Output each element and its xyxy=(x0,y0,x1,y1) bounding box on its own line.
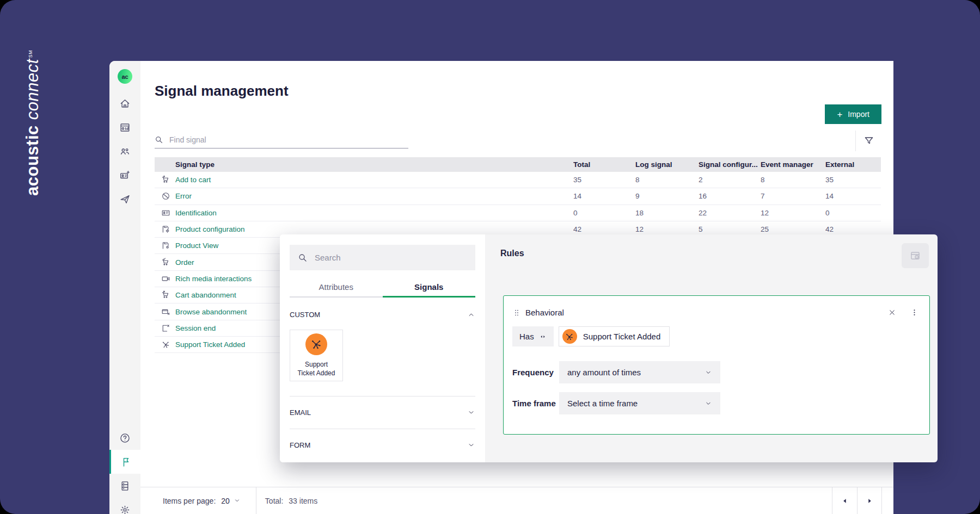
event-manager-cell: 7 xyxy=(761,192,825,200)
cart-plus-icon xyxy=(155,175,175,184)
cart-abandon-icon xyxy=(155,290,175,300)
table-header-row: Signal typeTotalLog signalSignal configu… xyxy=(155,157,881,172)
nav-campaigns[interactable] xyxy=(109,187,140,211)
column-header: Signal type xyxy=(175,160,573,169)
chevron-down-icon xyxy=(467,441,475,449)
background-frame: acousticconnectSM ac Signal management +… xyxy=(0,0,980,514)
nav-help[interactable] xyxy=(109,426,140,450)
log-signal-cell: 18 xyxy=(635,209,699,217)
table-row: Error14916714 xyxy=(155,188,881,205)
picker-sections: CUSTOMSupportTicket AddedEMAILFORM xyxy=(290,311,475,461)
signal-link[interactable]: Add to cart xyxy=(175,176,211,184)
brand-trademark: SM xyxy=(28,50,33,58)
rich-media-icon xyxy=(155,274,175,283)
signal-config-cell: 16 xyxy=(699,192,761,200)
section-header-form[interactable]: FORM xyxy=(290,429,475,461)
rule-category-label: Behavioral xyxy=(525,308,564,317)
dashboard-icon xyxy=(119,122,131,133)
section-header-custom[interactable]: CUSTOM xyxy=(290,311,475,319)
kebab-menu-icon[interactable] xyxy=(910,308,918,317)
event-manager-cell: 25 xyxy=(761,225,825,233)
external-cell: 14 xyxy=(825,192,881,200)
identification-icon xyxy=(155,208,175,218)
settings-icon xyxy=(119,504,131,514)
prev-page-button[interactable] xyxy=(832,487,857,514)
signal-link[interactable]: Support Ticket Added xyxy=(175,340,245,349)
brand-acoustic: acoustic xyxy=(23,125,42,196)
signal-link[interactable]: Product View xyxy=(175,241,218,250)
total-cell: 0 xyxy=(573,209,635,217)
nav-signals[interactable] xyxy=(109,450,140,474)
search-icon xyxy=(155,135,163,144)
caret-left-icon xyxy=(841,497,849,505)
signal-link[interactable]: Cart abandonment xyxy=(175,291,236,299)
nav-settings[interactable] xyxy=(109,498,140,514)
column-header: Event manager xyxy=(761,160,825,169)
total-cell: 35 xyxy=(573,176,635,184)
schedule-button[interactable] xyxy=(902,243,929,268)
nav-reports[interactable] xyxy=(109,115,140,139)
nav-home[interactable] xyxy=(109,91,140,115)
table-row: Add to cart3582835 xyxy=(155,172,881,188)
rule-card-header: Behavioral xyxy=(512,308,918,317)
nav-audiences[interactable] xyxy=(109,139,140,163)
signal-link[interactable]: Browse abandonment xyxy=(175,308,247,316)
filter-button[interactable] xyxy=(855,131,881,151)
column-header: Total xyxy=(573,160,635,169)
signal-link[interactable]: Order xyxy=(175,258,194,267)
tab-attributes[interactable]: Attributes xyxy=(290,282,383,298)
error-icon xyxy=(155,191,175,201)
signal-link[interactable]: Rich media interactions xyxy=(175,275,252,283)
frequency-dropdown[interactable]: any amount of times xyxy=(559,361,720,383)
filter-icon xyxy=(863,135,874,146)
order-icon xyxy=(155,258,175,267)
signal-config-cell: 22 xyxy=(699,209,761,217)
flag-icon xyxy=(120,456,132,468)
signal-chip[interactable]: Support Ticket Added xyxy=(559,326,670,346)
chevron-up-icon xyxy=(467,311,475,319)
plus-icon: + xyxy=(837,110,842,119)
drag-handle-icon[interactable] xyxy=(512,308,521,317)
column-header: Signal configur... xyxy=(699,160,761,169)
external-cell: 0 xyxy=(825,209,881,217)
support-ticket-icon xyxy=(305,333,327,355)
send-icon xyxy=(119,194,131,205)
signal-link[interactable]: Identification xyxy=(175,209,217,217)
import-button[interactable]: + Import xyxy=(825,104,881,124)
signal-tile[interactable]: SupportTicket Added xyxy=(290,330,343,381)
rule-builder-overlay: AttributesSignals CUSTOMSupportTicket Ad… xyxy=(280,234,938,462)
signal-link[interactable]: Error xyxy=(175,192,192,200)
support-ticket-icon xyxy=(155,340,175,349)
section-header-email[interactable]: EMAIL xyxy=(290,397,475,429)
close-icon[interactable] xyxy=(888,308,896,317)
external-cell: 42 xyxy=(825,225,881,233)
support-ticket-icon xyxy=(562,329,577,344)
session-end-icon xyxy=(155,324,175,333)
signal-picker-panel: AttributesSignals CUSTOMSupportTicket Ad… xyxy=(280,234,485,462)
total-label: Total: xyxy=(265,497,283,505)
picker-search-input[interactable] xyxy=(314,252,467,263)
operator-chip[interactable]: Has xyxy=(512,326,554,346)
signal-link[interactable]: Product configuration xyxy=(175,225,245,233)
signal-config-cell: 5 xyxy=(699,225,761,233)
sidebar-nav-bottom xyxy=(109,426,140,514)
users-icon xyxy=(119,146,131,157)
chevron-down-icon xyxy=(467,408,475,417)
signal-link[interactable]: Session end xyxy=(175,324,216,332)
find-signal-input[interactable] xyxy=(168,135,408,145)
tab-signals[interactable]: Signals xyxy=(383,282,476,298)
product-config-icon xyxy=(155,225,175,234)
acoustic-logo[interactable]: ac xyxy=(118,69,132,84)
items-per-page-select[interactable]: 20 xyxy=(221,497,241,505)
table-row: Identification01822120 xyxy=(155,205,881,221)
nav-data[interactable] xyxy=(109,474,140,498)
timeframe-dropdown[interactable]: Select a time frame xyxy=(559,392,720,414)
next-page-button[interactable] xyxy=(857,487,882,514)
picker-searchbar xyxy=(290,245,475,270)
nav-contacts-add[interactable] xyxy=(109,163,140,187)
swap-horizontal-icon xyxy=(539,333,547,340)
brand-connect: connect xyxy=(23,59,42,120)
external-cell: 35 xyxy=(825,176,881,184)
total-items: Total: 33 items xyxy=(256,497,317,505)
rule-card-actions xyxy=(888,308,918,317)
